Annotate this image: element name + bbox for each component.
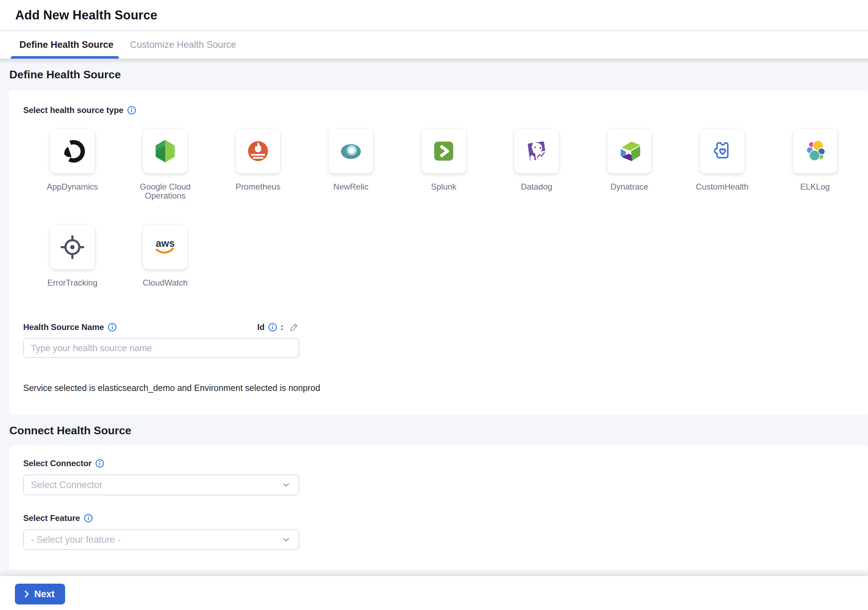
tab-define-health-source[interactable]: Define Health Source	[19, 31, 114, 59]
health-source-type-grid: AppDynamics Google Cloud Operations Prom…	[23, 129, 868, 312]
info-icon[interactable]	[127, 106, 136, 115]
elklog-icon	[793, 129, 837, 173]
health-source-name-label: Health Source Name	[23, 322, 104, 332]
edit-pencil-icon	[289, 322, 299, 332]
svg-text:aws: aws	[156, 238, 175, 249]
info-icon[interactable]	[268, 323, 277, 332]
next-button-label: Next	[34, 589, 55, 600]
define-section-heading: Define Health Source	[0, 59, 868, 90]
page-title: Add New Health Source	[15, 8, 157, 23]
health-source-name-label-group: Health Source Name	[23, 322, 117, 332]
google-cloud-operations-icon	[143, 129, 188, 173]
tab-customize-health-source[interactable]: Customize Health Source	[130, 31, 236, 59]
health-source-label: CloudWatch	[143, 278, 188, 287]
define-health-source-card: Select health source type AppDynamics Go…	[9, 90, 868, 415]
health-source-label: ErrorTracking	[48, 278, 97, 287]
health-source-card-errortracking[interactable]: ErrorTracking	[26, 225, 119, 287]
appdynamics-icon	[50, 129, 95, 173]
health-source-label: Datadog	[521, 182, 552, 191]
connect-section-heading: Connect Health Source	[0, 415, 868, 445]
service-environment-note: Service selected is elasticsearch_demo a…	[23, 383, 868, 393]
health-source-name-row: Health Source Name Id :	[23, 322, 299, 332]
errortracking-icon	[50, 225, 95, 269]
select-connector-label: Select Connector	[23, 458, 91, 468]
feature-select[interactable]: - Select your feature -	[23, 529, 299, 550]
page-header: Add New Health Source	[0, 0, 868, 31]
feature-select-placeholder: - Select your feature -	[31, 534, 121, 545]
connect-health-source-card: Select Connector Select Connector Select…	[9, 445, 868, 570]
health-source-card-cloudwatch[interactable]: aws CloudWatch	[119, 225, 212, 287]
info-icon[interactable]	[84, 514, 93, 523]
chevron-right-icon	[23, 590, 31, 598]
id-group: Id :	[257, 322, 299, 332]
id-label: Id	[257, 322, 265, 332]
newrelic-icon	[329, 129, 373, 173]
health-source-label: Splunk	[431, 182, 456, 191]
connector-select[interactable]: Select Connector	[23, 475, 299, 495]
select-type-row: Select health source type	[23, 106, 868, 115]
chevron-down-icon	[281, 480, 291, 490]
dynatrace-icon	[607, 129, 651, 173]
health-source-card-google-cloud-operations[interactable]: Google Cloud Operations	[119, 129, 212, 201]
info-icon[interactable]	[95, 459, 104, 468]
chevron-down-icon	[281, 535, 291, 545]
health-source-card-customhealth[interactable]: CustomHealth	[676, 129, 769, 201]
health-source-card-newrelic[interactable]: NewRelic	[304, 129, 397, 201]
next-button[interactable]: Next	[15, 584, 65, 604]
wizard-footer: Next	[0, 576, 868, 610]
datadog-icon	[515, 129, 559, 173]
health-source-card-splunk[interactable]: Splunk	[397, 129, 490, 201]
health-source-label: AppDynamics	[47, 182, 98, 191]
health-source-card-appdynamics[interactable]: AppDynamics	[26, 129, 119, 201]
cloudwatch-icon: aws	[143, 225, 188, 269]
health-source-label: Prometheus	[236, 182, 280, 191]
select-feature-label-group: Select Feature	[23, 513, 868, 523]
health-source-label: Google Cloud Operations	[119, 182, 212, 201]
health-source-label: ELKLog	[800, 182, 829, 191]
connector-select-placeholder: Select Connector	[31, 480, 102, 490]
health-source-label: NewRelic	[333, 182, 368, 191]
customhealth-icon	[700, 129, 744, 173]
select-connector-label-group: Select Connector	[23, 458, 868, 468]
id-colon: :	[281, 322, 283, 332]
health-source-label: Dynatrace	[610, 182, 648, 191]
edit-id-button[interactable]	[289, 322, 299, 332]
select-feature-label: Select Feature	[23, 513, 80, 523]
select-type-label: Select health source type	[23, 106, 123, 115]
splunk-icon	[422, 129, 466, 173]
info-icon[interactable]	[108, 323, 117, 332]
add-health-source-page: Add New Health Source Define Health Sour…	[0, 0, 868, 610]
health-source-label: CustomHealth	[696, 182, 749, 191]
health-source-name-input[interactable]	[23, 338, 299, 358]
health-source-card-datadog[interactable]: Datadog	[490, 129, 583, 201]
health-source-card-dynatrace[interactable]: Dynatrace	[583, 129, 676, 201]
health-source-card-prometheus[interactable]: Prometheus	[212, 129, 304, 201]
tab-bar: Define Health Source Customize Health So…	[0, 31, 868, 59]
prometheus-icon	[236, 129, 280, 173]
health-source-card-elklog[interactable]: ELKLog	[769, 129, 862, 201]
